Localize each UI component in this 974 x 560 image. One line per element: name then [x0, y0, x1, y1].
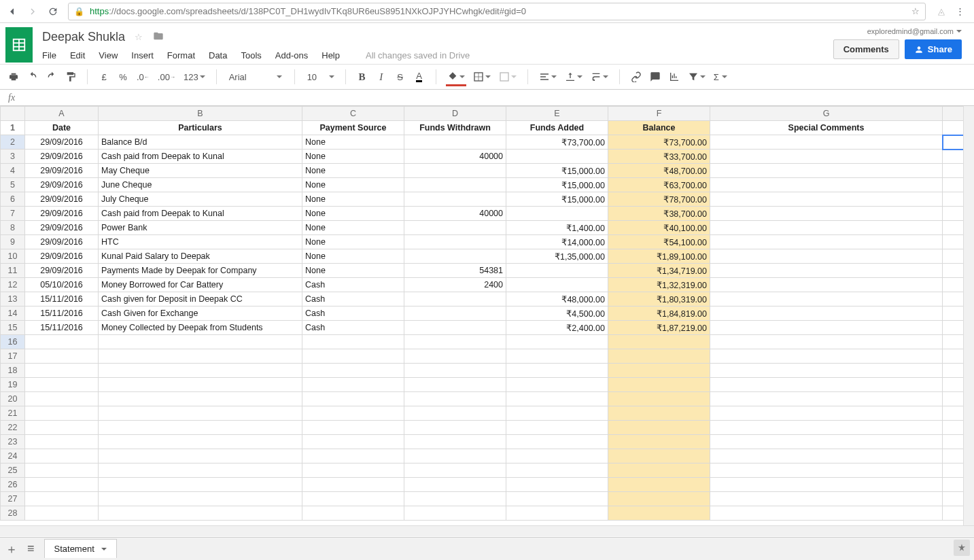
cell[interactable]: HTC [99, 235, 302, 249]
cell[interactable] [608, 349, 710, 364]
cell[interactable]: ₹2,400.00 [506, 321, 608, 335]
cell[interactable]: June Cheque [99, 178, 302, 192]
cell[interactable] [710, 150, 943, 164]
font-size-select[interactable]: 10 [303, 72, 337, 82]
cell[interactable] [302, 506, 404, 521]
cell[interactable] [404, 349, 506, 364]
decrease-decimal-button[interactable]: .0← [134, 69, 152, 85]
currency-button[interactable]: £ [96, 69, 112, 85]
sheets-logo-icon[interactable] [5, 27, 33, 63]
cell[interactable]: 2400 [404, 278, 506, 292]
cell[interactable] [302, 463, 404, 478]
cell[interactable]: None [302, 192, 404, 207]
cell[interactable]: ₹14,000.00 [506, 235, 608, 249]
cell[interactable]: 15/11/2016 [25, 292, 99, 307]
cell[interactable]: 29/09/2016 [25, 164, 99, 178]
cell[interactable] [302, 364, 404, 378]
cell[interactable]: Cash Given for Exchange [99, 307, 302, 321]
insert-chart-icon[interactable] [666, 69, 682, 85]
cell[interactable]: ₹48,000.00 [506, 292, 608, 307]
row-header[interactable]: 1 [1, 121, 25, 135]
cell[interactable] [710, 164, 943, 178]
cell[interactable] [710, 406, 943, 421]
row-header[interactable]: 16 [1, 335, 25, 349]
cell[interactable]: ₹15,000.00 [506, 164, 608, 178]
cell[interactable] [710, 192, 943, 207]
row-header[interactable]: 11 [1, 264, 25, 278]
cell[interactable]: Cash paid from Deepak to Kunal [99, 207, 302, 221]
cell[interactable]: None [302, 164, 404, 178]
back-icon[interactable] [7, 6, 18, 17]
cell[interactable]: ₹1,80,319.00 [608, 292, 710, 307]
menu-addons[interactable]: Add-ons [275, 50, 308, 60]
h-align-button[interactable] [536, 69, 559, 85]
row-header[interactable]: 23 [1, 435, 25, 449]
col-header-G[interactable]: G [710, 107, 943, 121]
menu-file[interactable]: File [42, 50, 56, 60]
cell[interactable] [608, 364, 710, 378]
cell[interactable] [506, 478, 608, 492]
chrome-menu-icon[interactable]: ⋮ [956, 6, 964, 16]
drive-icon[interactable]: ◬ [938, 6, 945, 16]
cell[interactable] [404, 421, 506, 435]
row-header[interactable]: 10 [1, 249, 25, 264]
col-header-B[interactable]: B [99, 107, 302, 121]
select-all-cell[interactable] [1, 107, 25, 121]
all-sheets-button[interactable]: ≡ [27, 542, 35, 556]
cell[interactable] [25, 364, 99, 378]
cell[interactable] [25, 435, 99, 449]
comments-button[interactable]: Comments [833, 39, 899, 59]
text-color-button[interactable]: A [411, 69, 428, 85]
cell[interactable]: 29/09/2016 [25, 249, 99, 264]
bold-button[interactable]: B [354, 69, 370, 85]
row-header[interactable]: 21 [1, 406, 25, 421]
cell[interactable] [710, 278, 943, 292]
row-header[interactable]: 25 [1, 463, 25, 478]
cell-header[interactable]: Payment Source [302, 121, 404, 135]
cell[interactable]: None [302, 178, 404, 192]
cell-header[interactable]: Balance [608, 121, 710, 135]
cell[interactable] [25, 449, 99, 463]
number-format-button[interactable]: 123 [181, 69, 208, 85]
cell[interactable]: ₹1,87,219.00 [608, 321, 710, 335]
cell[interactable] [506, 349, 608, 364]
cell-header[interactable]: Special Comments [710, 121, 943, 135]
merge-cells-button[interactable] [496, 69, 519, 85]
cell[interactable] [99, 349, 302, 364]
cell[interactable] [506, 207, 608, 221]
row-header[interactable]: 12 [1, 278, 25, 292]
cell[interactable] [25, 463, 99, 478]
row-header[interactable]: 19 [1, 378, 25, 392]
cell[interactable]: ₹63,700.00 [608, 178, 710, 192]
cell[interactable] [404, 406, 506, 421]
row-header[interactable]: 2 [1, 135, 25, 150]
print-icon[interactable] [5, 69, 22, 85]
cell[interactable] [404, 192, 506, 207]
v-align-button[interactable] [562, 69, 585, 85]
cell[interactable]: 29/09/2016 [25, 221, 99, 235]
cell[interactable] [608, 435, 710, 449]
cell[interactable]: ₹40,100.00 [608, 221, 710, 235]
cell[interactable] [710, 235, 943, 249]
cell[interactable]: None [302, 207, 404, 221]
cell[interactable] [506, 335, 608, 349]
row-header[interactable]: 18 [1, 364, 25, 378]
cell[interactable] [302, 335, 404, 349]
cell[interactable] [99, 378, 302, 392]
cell[interactable] [506, 364, 608, 378]
cell[interactable] [608, 478, 710, 492]
cell[interactable] [608, 492, 710, 506]
cell[interactable] [404, 463, 506, 478]
cell[interactable] [710, 364, 943, 378]
cell[interactable]: ₹48,700.00 [608, 164, 710, 178]
address-bar[interactable]: 🔒 https://docs.google.com/spreadsheets/d… [68, 3, 926, 20]
cell[interactable] [710, 463, 943, 478]
cell[interactable] [99, 335, 302, 349]
col-header-D[interactable]: D [404, 107, 506, 121]
cell[interactable]: Cash [302, 307, 404, 321]
cell[interactable]: None [302, 249, 404, 264]
row-header[interactable]: 17 [1, 349, 25, 364]
cell[interactable]: 29/09/2016 [25, 207, 99, 221]
cell[interactable]: 29/09/2016 [25, 235, 99, 249]
cell[interactable]: ₹1,84,819.00 [608, 307, 710, 321]
